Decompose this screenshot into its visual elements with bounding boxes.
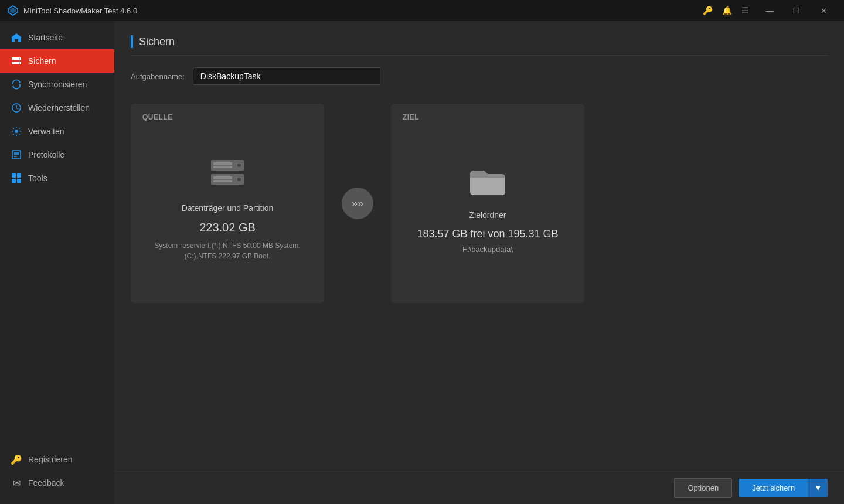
task-name-label: Aufgabenname:: [131, 72, 185, 81]
options-button[interactable]: Optionen: [674, 478, 732, 498]
sidebar-bottom: 🔑 Registrieren ✉ Feedback: [0, 448, 114, 504]
sidebar-item-sichern[interactable]: Sichern: [0, 49, 114, 73]
tools-icon: [11, 172, 22, 184]
mail-icon: ✉: [11, 477, 22, 489]
svg-rect-21: [213, 176, 232, 179]
sidebar-item-feedback[interactable]: ✉ Feedback: [0, 471, 114, 495]
arrow-symbol: »»: [352, 197, 363, 210]
log-icon: [11, 149, 22, 161]
key-icon[interactable]: 🔑: [703, 6, 713, 15]
content-area: Sichern Aufgabenname: QUELLE: [114, 21, 844, 504]
source-card-description: System-reserviert,(*:).NTFS 50.00 MB Sys…: [154, 240, 300, 261]
backup-icon: [11, 55, 22, 67]
task-name-input[interactable]: [193, 67, 380, 85]
source-card-size: 223.02 GB: [199, 221, 256, 234]
page-header: Sichern: [131, 35, 828, 56]
task-name-row: Aufgabenname:: [131, 67, 828, 85]
bottom-bar: Optionen Jetzt sichern ▼: [114, 471, 844, 504]
home-icon: [11, 32, 22, 43]
bell-icon[interactable]: 🔔: [722, 6, 732, 15]
target-card-title: Zielordner: [469, 210, 506, 220]
sidebar-item-synchronisieren[interactable]: Synchronisieren: [0, 73, 114, 96]
sidebar-item-registrieren[interactable]: 🔑 Registrieren: [0, 448, 114, 471]
sync-icon: [11, 79, 22, 90]
target-card-free: 183.57 GB frei von 195.31 GB: [417, 228, 558, 240]
titlebar: MiniTool ShadowMaker Test 4.6.0 🔑 🔔 ☰ — …: [0, 0, 844, 21]
sidebar-label-wiederherstellen: Wiederherstellen: [28, 103, 90, 113]
sidebar-label-synchronisieren: Synchronisieren: [28, 80, 87, 89]
svg-rect-15: [17, 179, 21, 183]
svg-marker-1: [10, 8, 16, 13]
sidebar-item-tools[interactable]: Tools: [0, 166, 114, 190]
target-card-path: F:\backupdata\: [462, 245, 513, 254]
manage-icon: [11, 125, 22, 137]
sidebar-label-tools: Tools: [28, 173, 47, 183]
app-title: MiniTool ShadowMaker Test 4.6.0: [23, 6, 703, 15]
svg-rect-22: [213, 180, 232, 182]
sidebar-label-verwalten: Verwalten: [28, 127, 64, 136]
target-card[interactable]: ZIEL Zielordner 183.57 GB frei von 195.3…: [391, 104, 584, 303]
maximize-button[interactable]: ❐: [783, 0, 810, 21]
svg-rect-14: [12, 179, 16, 183]
source-card-title: Datenträger und Partition: [182, 203, 273, 213]
source-card-label: QUELLE: [142, 113, 173, 121]
titlebar-icons: 🔑 🔔 ☰: [703, 6, 749, 15]
restore-icon: [11, 102, 22, 114]
svg-point-23: [237, 178, 241, 181]
svg-rect-18: [213, 166, 232, 168]
source-card[interactable]: QUELLE Datenträger und: [131, 104, 324, 303]
svg-rect-17: [213, 162, 232, 165]
sidebar-item-protokolle[interactable]: Protokolle: [0, 143, 114, 166]
target-card-label: ZIEL: [403, 113, 419, 121]
cards-row: QUELLE Datenträger und: [131, 104, 828, 303]
folder-icon: [468, 165, 508, 200]
sidebar-label-startseite: Startseite: [28, 33, 63, 42]
backup-button-group: Jetzt sichern ▼: [739, 479, 828, 497]
window-controls: — ❐ ✕: [756, 0, 837, 21]
svg-point-19: [237, 164, 241, 167]
sidebar-label-feedback: Feedback: [28, 478, 64, 488]
sidebar-item-verwalten[interactable]: Verwalten: [0, 120, 114, 143]
sidebar-label-protokolle: Protokolle: [28, 150, 64, 159]
svg-point-7: [15, 130, 18, 133]
sidebar-nav: Startseite Sichern: [0, 21, 114, 448]
sidebar-label-sichern: Sichern: [28, 56, 56, 66]
svg-rect-12: [12, 173, 16, 178]
arrow-button[interactable]: »»: [342, 188, 373, 219]
sidebar: Startseite Sichern: [0, 21, 114, 504]
close-button[interactable]: ✕: [810, 0, 837, 21]
page-title: Sichern: [139, 36, 175, 48]
svg-point-4: [19, 59, 20, 60]
backup-dropdown-button[interactable]: ▼: [808, 479, 828, 497]
main-layout: Startseite Sichern: [0, 21, 844, 504]
sidebar-label-registrieren: Registrieren: [28, 455, 72, 464]
svg-rect-13: [17, 173, 21, 178]
sidebar-item-startseite[interactable]: Startseite: [0, 26, 114, 49]
svg-point-5: [19, 63, 20, 64]
menu-icon[interactable]: ☰: [741, 6, 749, 15]
sidebar-item-wiederherstellen[interactable]: Wiederherstellen: [0, 96, 114, 120]
page-title-bar: [131, 35, 133, 48]
app-logo: [7, 5, 19, 16]
disk-icon: [206, 158, 249, 193]
key-icon: 🔑: [11, 454, 22, 465]
backup-now-button[interactable]: Jetzt sichern: [739, 479, 808, 497]
minimize-button[interactable]: —: [756, 0, 783, 21]
